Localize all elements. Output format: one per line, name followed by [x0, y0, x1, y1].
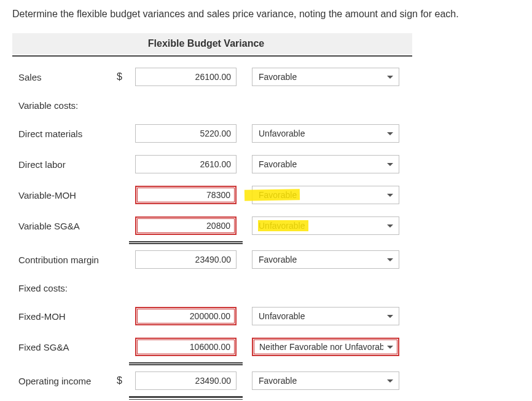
label-variable-sga: Variable SG&A — [12, 221, 117, 231]
row-direct-labor: Direct labor FavorableUnfavorableNeither… — [12, 149, 412, 180]
label-direct-labor: Direct labor — [12, 159, 117, 170]
amount-input-sales[interactable] — [135, 68, 237, 86]
row-fixed-moh: Fixed-MOH FavorableUnfavorableNeither Fa… — [12, 301, 412, 332]
sign-select-fixed-sga[interactable]: FavorableUnfavorableNeither Favorable no… — [252, 338, 399, 356]
amount-input-direct-materials[interactable] — [135, 124, 237, 143]
amount-input-fixed-sga[interactable] — [135, 338, 237, 356]
sign-select-direct-labor[interactable]: FavorableUnfavorableNeither Favorable no… — [252, 155, 399, 173]
label-contribution-margin: Contribution margin — [12, 255, 117, 265]
sign-select-variable-sga[interactable]: FavorableUnfavorableNeither Favorable no… — [252, 216, 399, 235]
amount-input-operating-income[interactable] — [135, 371, 237, 390]
label-operating-income: Operating income — [12, 376, 117, 386]
row-contribution-margin: Contribution margin FavorableUnfavorable… — [12, 244, 412, 275]
amount-input-variable-sga[interactable] — [135, 216, 237, 235]
row-operating-income: Operating income $ FavorableUnfavorableN… — [12, 365, 412, 396]
label-fixed-sga: Fixed SG&A — [12, 342, 117, 352]
section-variable-costs: Variable costs: — [12, 92, 412, 118]
amount-input-direct-labor[interactable] — [135, 155, 237, 173]
sign-select-sales[interactable]: FavorableUnfavorableNeither Favorable no… — [252, 68, 399, 86]
row-variable-moh: Variable-MOH FavorableUnfavorableNeither… — [12, 180, 412, 210]
label-variable-moh: Variable-MOH — [12, 190, 117, 200]
total-rule — [129, 396, 243, 400]
label-fixed-moh: Fixed-MOH — [12, 311, 117, 322]
amount-input-contribution-margin[interactable] — [135, 250, 237, 269]
header-rule — [12, 55, 412, 57]
row-variable-sga: Variable SG&A FavorableUnfavorableNeithe… — [12, 210, 412, 241]
table-header-band: Flexible Budget Variance — [12, 33, 412, 54]
row-fixed-sga: Fixed SG&A FavorableUnfavorableNeither F… — [12, 332, 412, 362]
label-direct-materials: Direct materials — [12, 129, 117, 139]
sign-select-contribution-margin[interactable]: FavorableUnfavorableNeither Favorable no… — [252, 250, 399, 269]
currency-operating-income: $ — [117, 375, 129, 386]
sign-select-direct-materials[interactable]: FavorableUnfavorableNeither Favorable no… — [252, 124, 399, 143]
sign-select-operating-income[interactable]: FavorableUnfavorableNeither Favorable no… — [252, 371, 399, 390]
currency-sales: $ — [117, 71, 129, 82]
amount-input-fixed-moh[interactable] — [135, 307, 237, 325]
question-text: Determine the flexible budget variances … — [12, 9, 520, 20]
table-header-title: Flexible Budget Variance — [12, 38, 412, 49]
row-sales: Sales $ FavorableUnfavorableNeither Favo… — [12, 62, 412, 92]
sign-select-variable-moh[interactable]: FavorableUnfavorableNeither Favorable no… — [252, 186, 399, 204]
section-fixed-costs: Fixed costs: — [12, 275, 412, 301]
sign-select-fixed-moh[interactable]: FavorableUnfavorableNeither Favorable no… — [252, 307, 399, 325]
amount-input-variable-moh[interactable] — [135, 186, 237, 204]
row-direct-materials: Direct materials FavorableUnfavorableNei… — [12, 118, 412, 149]
label-sales: Sales — [12, 72, 117, 82]
